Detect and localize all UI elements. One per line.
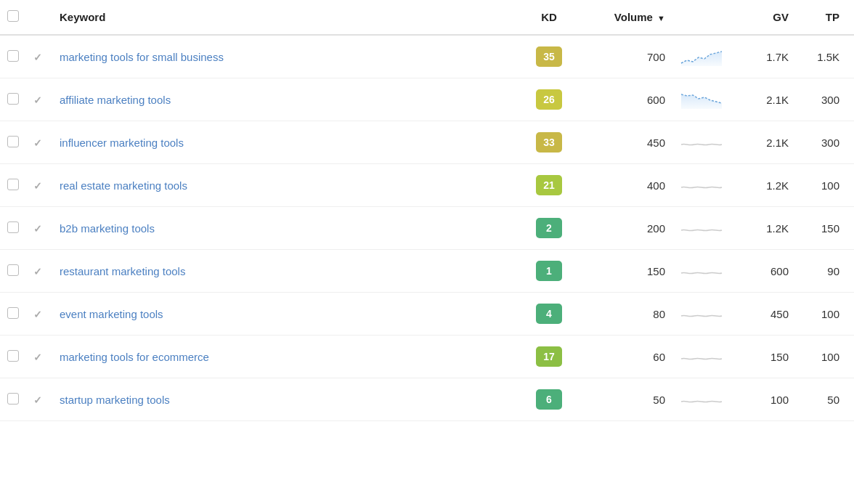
select-all-checkbox[interactable] bbox=[7, 10, 19, 22]
volume-header[interactable]: Volume ▼ bbox=[578, 0, 672, 35]
volume-cell: 150 bbox=[578, 250, 672, 293]
tick-icon: ✓ bbox=[33, 180, 42, 192]
kd-cell: 17 bbox=[520, 336, 578, 378]
keyword-cell[interactable]: event marketing tools bbox=[52, 293, 520, 336]
sparkline-cell bbox=[672, 121, 731, 164]
volume-cell: 700 bbox=[578, 35, 672, 78]
keyword-cell[interactable]: affiliate marketing tools bbox=[52, 78, 520, 121]
tp-header-label: TP bbox=[826, 11, 839, 23]
tp-cell: 1.5K bbox=[796, 35, 854, 78]
row-tick-cell: ✓ bbox=[26, 378, 52, 421]
tp-cell: 90 bbox=[796, 250, 854, 293]
keyword-cell[interactable]: influencer marketing tools bbox=[52, 121, 520, 164]
table-row: ✓ influencer marketing tools 33 450 2.1K… bbox=[0, 121, 854, 164]
kd-badge: 33 bbox=[536, 132, 562, 153]
keyword-cell[interactable]: marketing tools for small business bbox=[52, 35, 520, 78]
gv-cell: 100 bbox=[731, 378, 796, 421]
row-checkbox-cell[interactable] bbox=[0, 78, 26, 121]
kd-header: KD bbox=[520, 0, 578, 35]
sparkline-cell bbox=[672, 378, 731, 421]
volume-cell: 80 bbox=[578, 293, 672, 336]
gv-header-label: GV bbox=[773, 11, 789, 23]
row-checkbox-cell[interactable] bbox=[0, 293, 26, 336]
kd-badge: 35 bbox=[536, 46, 562, 67]
keyword-header-label: Keyword bbox=[60, 11, 105, 23]
tp-cell: 150 bbox=[796, 207, 854, 250]
gv-cell: 600 bbox=[731, 250, 796, 293]
volume-cell: 400 bbox=[578, 164, 672, 207]
table-body: ✓ marketing tools for small business 35 … bbox=[0, 35, 854, 421]
tp-cell: 100 bbox=[796, 336, 854, 378]
row-tick-cell: ✓ bbox=[26, 250, 52, 293]
row-checkbox[interactable] bbox=[7, 221, 19, 233]
tick-icon: ✓ bbox=[33, 94, 42, 106]
row-checkbox-cell[interactable] bbox=[0, 207, 26, 250]
row-checkbox-cell[interactable] bbox=[0, 35, 26, 78]
row-tick-cell: ✓ bbox=[26, 336, 52, 378]
keyword-table: Keyword KD Volume ▼ GV TP bbox=[0, 0, 854, 421]
keyword-cell[interactable]: marketing tools for ecommerce bbox=[52, 336, 520, 378]
row-checkbox[interactable] bbox=[7, 307, 19, 319]
kd-cell: 2 bbox=[520, 207, 578, 250]
gv-cell: 1.7K bbox=[731, 35, 796, 78]
sparkline-cell bbox=[672, 336, 731, 378]
keyword-cell[interactable]: restaurant marketing tools bbox=[52, 250, 520, 293]
row-checkbox[interactable] bbox=[7, 350, 19, 362]
kd-header-label: KD bbox=[541, 11, 557, 23]
row-checkbox[interactable] bbox=[7, 264, 19, 276]
keyword-header: Keyword bbox=[52, 0, 520, 35]
table-row: ✓ marketing tools for ecommerce 17 60 15… bbox=[0, 336, 854, 378]
gv-header: GV bbox=[731, 0, 796, 35]
kd-cell: 33 bbox=[520, 121, 578, 164]
kd-badge: 17 bbox=[536, 346, 562, 367]
row-checkbox-cell[interactable] bbox=[0, 378, 26, 421]
tick-icon: ✓ bbox=[33, 351, 42, 363]
row-checkbox-cell[interactable] bbox=[0, 250, 26, 293]
row-checkbox[interactable] bbox=[7, 136, 19, 147]
tp-cell: 100 bbox=[796, 293, 854, 336]
keyword-cell[interactable]: startup marketing tools bbox=[52, 378, 520, 421]
volume-cell: 50 bbox=[578, 378, 672, 421]
table-row: ✓ marketing tools for small business 35 … bbox=[0, 35, 854, 78]
gv-cell: 1.2K bbox=[731, 164, 796, 207]
row-checkbox-cell[interactable] bbox=[0, 121, 26, 164]
row-tick-cell: ✓ bbox=[26, 121, 52, 164]
row-checkbox[interactable] bbox=[7, 50, 19, 62]
tp-header: TP bbox=[796, 0, 854, 35]
row-checkbox-cell[interactable] bbox=[0, 336, 26, 378]
kd-badge: 4 bbox=[536, 304, 562, 324]
row-tick-cell: ✓ bbox=[26, 35, 52, 78]
kd-cell: 1 bbox=[520, 250, 578, 293]
tp-cell: 100 bbox=[796, 164, 854, 207]
sparkline-cell bbox=[672, 207, 731, 250]
kd-badge: 1 bbox=[536, 261, 562, 281]
table-row: ✓ b2b marketing tools 2 200 1.2K 150 bbox=[0, 207, 854, 250]
tick-header bbox=[26, 0, 52, 35]
row-checkbox[interactable] bbox=[7, 179, 19, 190]
kd-cell: 4 bbox=[520, 293, 578, 336]
tick-icon: ✓ bbox=[33, 52, 42, 63]
kd-cell: 35 bbox=[520, 35, 578, 78]
kd-badge: 6 bbox=[536, 389, 562, 410]
keyword-cell[interactable]: b2b marketing tools bbox=[52, 207, 520, 250]
tp-cell: 300 bbox=[796, 78, 854, 121]
table-row: ✓ real estate marketing tools 21 400 1.2… bbox=[0, 164, 854, 207]
tick-icon: ✓ bbox=[33, 394, 42, 406]
kd-badge: 2 bbox=[536, 218, 562, 238]
gv-cell: 2.1K bbox=[731, 121, 796, 164]
gv-cell: 450 bbox=[731, 293, 796, 336]
row-checkbox[interactable] bbox=[7, 393, 19, 405]
select-all-header[interactable] bbox=[0, 0, 26, 35]
row-tick-cell: ✓ bbox=[26, 164, 52, 207]
sparkline-cell bbox=[672, 164, 731, 207]
row-checkbox-cell[interactable] bbox=[0, 164, 26, 207]
sparkline-cell bbox=[672, 35, 731, 78]
row-checkbox[interactable] bbox=[7, 93, 19, 105]
sparkline-cell bbox=[672, 78, 731, 121]
volume-cell: 600 bbox=[578, 78, 672, 121]
sparkline-header bbox=[672, 0, 731, 35]
keyword-cell[interactable]: real estate marketing tools bbox=[52, 164, 520, 207]
volume-cell: 200 bbox=[578, 207, 672, 250]
tick-icon: ✓ bbox=[33, 266, 42, 277]
tp-cell: 300 bbox=[796, 121, 854, 164]
